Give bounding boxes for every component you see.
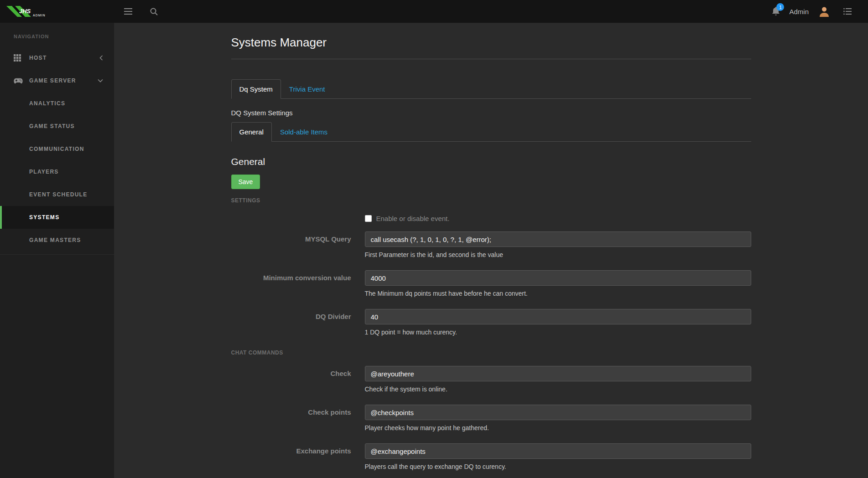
dq-divider-row: DQ Divider 1 DQ point = how much curency… <box>231 309 751 336</box>
page-title: Systems Manager <box>231 36 751 50</box>
sidebar-item-label: PLAYERS <box>29 169 59 175</box>
main-tabs: Dq System Trivia Event <box>231 79 751 99</box>
enable-event-row: Enable or disable event. <box>231 215 751 222</box>
notification-count-badge[interactable]: 1 <box>776 3 784 11</box>
tab-trivia-event[interactable]: Trivia Event <box>281 79 333 99</box>
sidebar-item-label: GAME SERVER <box>29 77 76 84</box>
tab-dq-system[interactable]: Dq System <box>231 79 281 99</box>
sub-tabs: General Sold-able Items <box>231 122 751 142</box>
field-help: The Minimum dq points must have before h… <box>365 290 751 297</box>
sidebar-item-game-server[interactable]: GAME SERVER <box>0 69 114 92</box>
avatar[interactable] <box>818 5 831 18</box>
sidebar-item-event-schedule[interactable]: EVENT SCHEDULE <box>0 183 114 206</box>
sidebar-item-communication[interactable]: COMMUNICATION <box>0 138 114 160</box>
menu-toggle-icon[interactable] <box>120 4 136 19</box>
sidebar-nav: HOST GAME SERVER ANALYTICS <box>0 46 114 255</box>
sidebar-item-host[interactable]: HOST <box>0 46 114 69</box>
sidebar: NAVIGATION HOST <box>0 23 114 478</box>
sidebar-item-label: HOST <box>29 55 47 61</box>
panel-title: General <box>231 156 751 167</box>
main-area: Systems Manager Dq System Trivia Event D… <box>114 0 868 478</box>
minimum-conversion-input[interactable] <box>365 270 751 286</box>
mysql-query-input[interactable] <box>365 231 751 247</box>
subtab-sold-able-items[interactable]: Sold-able Items <box>272 122 336 142</box>
field-help: 1 DQ point = how much curency. <box>365 329 751 336</box>
field-label: Check <box>231 366 365 393</box>
field-help: First Parameter is the id, and second is… <box>365 251 751 258</box>
notifications-bell-icon[interactable]: 1 <box>772 7 780 16</box>
sidebar-item-label: GAME STATUS <box>29 123 75 129</box>
chevron-down-icon <box>98 79 103 82</box>
field-label: Check points <box>231 405 365 432</box>
field-help: Player cheeks how many point he gathered… <box>365 424 751 432</box>
field-help: Players call the query to exchange DQ to… <box>365 463 751 470</box>
sidebar-item-label: EVENT SCHEDULE <box>29 191 88 198</box>
topbar-icons <box>120 4 161 19</box>
settings-group-label: SETTINGS <box>231 197 751 204</box>
chat-commands-group-label: CHAT COMMANDS <box>231 350 751 356</box>
field-label: Exchange points <box>231 443 365 470</box>
topbar-right: 1 Admin <box>772 4 868 19</box>
check-points-command-row: Check points Player cheeks how many poin… <box>231 405 751 432</box>
sidebar-item-game-status[interactable]: GAME STATUS <box>0 115 114 138</box>
title-divider <box>231 59 751 59</box>
minimum-conversion-row: Minimum conversion value The Minimum dq … <box>231 270 751 297</box>
field-label: DQ Divider <box>231 309 365 336</box>
sidebar-divider <box>0 254 114 255</box>
user-menu-icon[interactable] <box>840 4 855 19</box>
nav-section-title: NAVIGATION <box>0 23 114 46</box>
magnifier-icon <box>150 8 158 15</box>
brand-logo[interactable]: JHS ADMIN <box>0 0 114 23</box>
field-label: Minimum conversion value <box>231 270 365 297</box>
field-label: MYSQL Query <box>231 231 365 258</box>
user-name[interactable]: Admin <box>789 8 809 15</box>
dq-settings-form: Enable or disable event. MYSQL Query Fir… <box>231 215 751 470</box>
brand-suffix-text: ADMIN <box>33 14 46 17</box>
brand-name-text: JHS <box>19 8 31 15</box>
chevron-left-icon <box>99 55 103 61</box>
check-points-command-input[interactable] <box>365 405 751 420</box>
gamepad-icon <box>14 78 24 84</box>
grid-icon <box>14 54 24 62</box>
enable-event-label: Enable or disable event. <box>376 215 450 222</box>
mysql-query-row: MYSQL Query First Parameter is the id, a… <box>231 231 751 258</box>
dq-system-settings-label: DQ System Settings <box>231 109 751 117</box>
sidebar-item-label: GAME MASTERS <box>29 237 81 243</box>
enable-event-checkbox-wrap[interactable]: Enable or disable event. <box>365 215 751 222</box>
topbar: JHS ADMIN 1 Admin <box>0 0 868 23</box>
sidebar-item-game-masters[interactable]: GAME MASTERS <box>0 229 114 252</box>
exchange-points-command-row: Exchange points Players call the query t… <box>231 443 751 470</box>
exchange-points-command-input[interactable] <box>365 443 751 459</box>
empty-label-col <box>231 215 365 222</box>
search-icon[interactable] <box>146 4 161 19</box>
content-area: Systems Manager Dq System Trivia Event D… <box>114 23 868 478</box>
sidebar-item-systems[interactable]: SYSTEMS <box>0 206 114 229</box>
check-command-row: Check Check if the system is online. <box>231 366 751 393</box>
dq-divider-input[interactable] <box>365 309 751 324</box>
sidebar-item-analytics[interactable]: ANALYTICS <box>0 92 114 115</box>
save-button[interactable]: Save <box>231 175 260 189</box>
hamburger-icon <box>124 8 132 15</box>
sidebar-item-players[interactable]: PLAYERS <box>0 160 114 183</box>
person-icon <box>818 5 831 18</box>
sidebar-item-label: SYSTEMS <box>29 214 59 221</box>
list-icon <box>843 8 852 15</box>
field-help: Check if the system is online. <box>365 385 751 393</box>
check-command-input[interactable] <box>365 366 751 381</box>
sidebar-item-label: ANALYTICS <box>29 100 65 107</box>
subtab-general[interactable]: General <box>231 122 272 142</box>
sidebar-item-label: COMMUNICATION <box>29 146 84 152</box>
enable-event-checkbox[interactable] <box>365 215 372 222</box>
page-container: Systems Manager Dq System Trivia Event D… <box>231 23 751 470</box>
brand-logo-icon: JHS ADMIN <box>5 4 55 19</box>
